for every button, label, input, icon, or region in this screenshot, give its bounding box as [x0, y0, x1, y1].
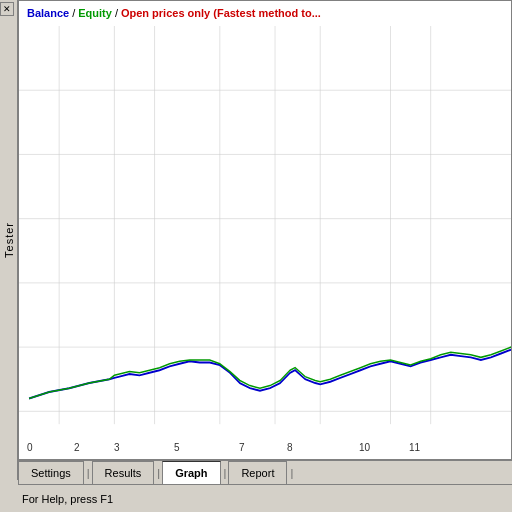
- sidebar: Tester: [0, 0, 18, 480]
- tab-graph[interactable]: Graph: [162, 461, 220, 484]
- legend-sep1: /: [72, 7, 75, 19]
- main-area: Balance / Equity / Open prices only (Fas…: [18, 0, 512, 512]
- chart-svg: [19, 26, 511, 437]
- chart-area: Balance / Equity / Open prices only (Fas…: [18, 0, 512, 460]
- tab-sep-1: |: [85, 461, 92, 484]
- x-label-10: 10: [359, 442, 370, 453]
- tab-bar: Settings | Results | Graph | Report |: [18, 460, 512, 484]
- tab-sep-3: |: [222, 461, 229, 484]
- x-label-0: 0: [27, 442, 33, 453]
- legend-openprices: Open prices only (Fastest method to...: [121, 7, 321, 19]
- close-button[interactable]: ✕: [0, 2, 14, 16]
- x-label-3: 3: [114, 442, 120, 453]
- status-text: For Help, press F1: [22, 493, 113, 505]
- tab-sep-2: |: [155, 461, 162, 484]
- legend-balance: Balance: [27, 7, 69, 19]
- legend-equity: Equity: [78, 7, 112, 19]
- x-label-11: 11: [409, 442, 420, 453]
- chart-legend: Balance / Equity / Open prices only (Fas…: [27, 7, 321, 19]
- tab-report[interactable]: Report: [228, 461, 287, 484]
- x-label-8: 8: [287, 442, 293, 453]
- legend-sep2: /: [115, 7, 118, 19]
- tab-sep-4: |: [288, 461, 295, 484]
- x-label-7: 7: [239, 442, 245, 453]
- x-label-5: 5: [174, 442, 180, 453]
- x-axis: 0 2 3 5 7 8 10 11: [19, 437, 511, 457]
- tab-settings[interactable]: Settings: [18, 461, 84, 484]
- x-label-2: 2: [74, 442, 80, 453]
- tab-results[interactable]: Results: [92, 461, 155, 484]
- sidebar-label: Tester: [3, 222, 15, 258]
- status-bar: For Help, press F1: [18, 484, 512, 512]
